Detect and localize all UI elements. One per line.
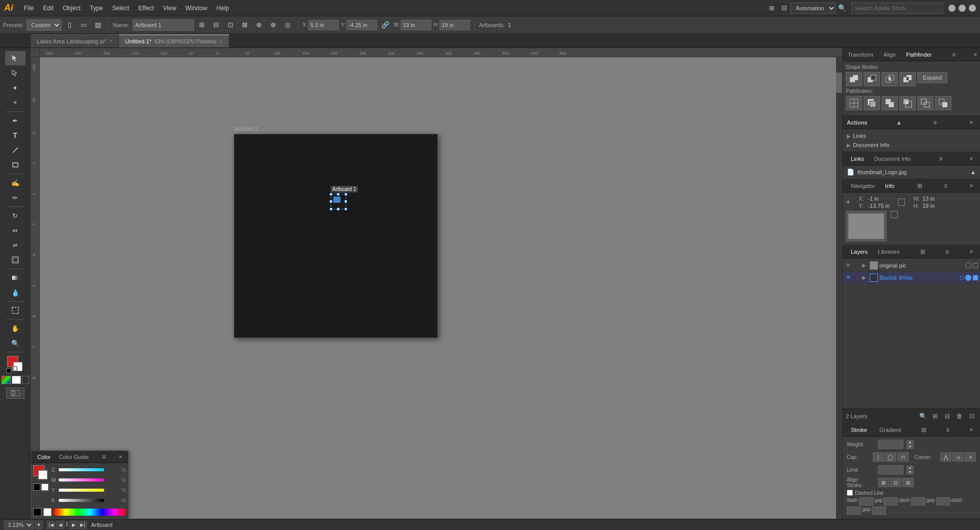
round-join-btn[interactable]: ∪ [952,452,964,462]
bevel-join-btn[interactable]: ∧ [965,452,976,462]
search-input[interactable] [851,3,943,14]
automation-select[interactable]: Automation [790,3,836,14]
butt-cap-btn[interactable]: | [873,452,884,462]
divide-btn[interactable] [846,96,862,110]
menu-item-help[interactable]: Help [212,0,234,16]
artboard-tool[interactable] [5,303,26,318]
layer-1-lock[interactable] [853,262,861,269]
toolbar-toggle-icon[interactable]: ⊞ [766,2,778,14]
pathfinder-menu-btn[interactable]: ≡ [949,50,959,59]
tab-untitled[interactable]: Untitled-1* 63% (CMYK/GPU Preview) × [119,34,229,47]
menu-item-object[interactable]: Object [58,0,85,16]
maximize-button[interactable] [959,5,966,12]
pathfinder-close-btn[interactable]: × [971,50,980,59]
round-cap-btn[interactable]: ◯ [885,452,896,462]
layer-1-visibility[interactable]: 👁 [845,262,852,269]
color-spectrum[interactable] [54,509,126,516]
eyedropper-tool[interactable]: 💧 [5,285,26,300]
tab-align[interactable]: Align [878,48,901,61]
handle-bl[interactable] [330,208,332,210]
layer-2-select[interactable] [973,275,978,280]
handle-tl[interactable] [330,193,332,196]
gap-3-input[interactable] [872,507,886,515]
limit-down-btn[interactable]: ▼ [906,470,914,474]
links-item[interactable]: ▶ Links [843,131,980,140]
stroke-menu-btn[interactable]: ≡ [943,425,952,435]
miter-join-btn[interactable]: ⋀ [940,452,951,462]
doc-icon-2[interactable]: ▭ [78,19,90,31]
magic-wand-tool[interactable]: ✦ [5,81,26,95]
white-swatch[interactable] [41,484,48,491]
layer-2-lock[interactable] [853,274,861,281]
minus-front-btn[interactable] [864,72,880,86]
handle-tm[interactable] [337,193,339,196]
handle-ml[interactable] [330,200,332,203]
layer-2-expand[interactable]: ▶ [862,275,868,280]
links-close-btn[interactable]: × [967,154,976,163]
layer-2-target[interactable] [965,275,971,281]
align-icons-group[interactable]: ⊞ [196,19,208,31]
type-tool[interactable]: T [5,128,26,142]
menu-item-select[interactable]: Select [108,0,134,16]
pen-tool[interactable]: ✒ [5,113,26,128]
delete-layer-btn[interactable]: 🗑 [954,411,965,421]
none-mode-btn[interactable] [22,376,29,384]
m-channel-slider[interactable] [59,478,104,481]
actions-close-btn[interactable]: × [967,118,976,127]
align-inside-stroke-btn[interactable]: ⊡ [890,478,901,487]
reflect-tool[interactable]: ⇔ [5,223,26,237]
k-channel-slider[interactable] [59,499,104,502]
nav-close-btn[interactable]: × [967,181,976,190]
black-color-swatch[interactable] [33,508,41,516]
handle-mr[interactable] [345,200,347,203]
projecting-cap-btn[interactable]: ⊓ [897,452,909,462]
links-menu-btn[interactable]: ≡ [936,154,945,163]
layers-menu-btn[interactable]: ≡ [943,247,952,256]
add-layer-btn[interactable]: ⊞ [930,411,940,421]
doc-icon-1[interactable]: ▯ [63,19,76,31]
layer-2-visibility[interactable]: 👁 [845,274,852,281]
align-center-btn[interactable]: ⊡ [225,19,237,31]
close-button[interactable] [969,5,976,12]
navigator-tab[interactable]: Navigator [847,179,879,192]
first-artboard-btn[interactable]: |◀ [47,521,55,529]
color-mode-btn[interactable] [2,376,11,384]
expand-button[interactable]: Expand [917,72,947,83]
nav-expand-btn[interactable]: ⊞ [915,181,924,190]
layer-options-btn[interactable]: ⊟ [942,411,952,421]
last-artboard-btn[interactable]: ▶| [79,521,87,529]
color-close-btn[interactable]: × [116,452,125,462]
outline-btn[interactable] [917,96,934,110]
link-proportions-btn[interactable]: 🔗 [379,19,391,31]
layer-1-select[interactable] [973,263,978,268]
dash-3-input[interactable] [847,507,861,515]
weight-down-btn[interactable]: ▼ [906,445,914,449]
limit-up-btn[interactable]: ▲ [906,466,914,470]
vertical-scrollbar-thumb[interactable] [836,73,842,93]
prev-artboard-btn[interactable]: ◀ [56,521,64,529]
doc-info-item[interactable]: ▶ Document Info [843,140,980,150]
info-tab[interactable]: Info [881,179,898,192]
edit-artboards-btn[interactable] [6,388,24,399]
artboard[interactable]: Artboard 1 [234,134,438,338]
paintbrush-tool[interactable]: ✍ [5,176,26,190]
tab-untitled-close[interactable]: × [219,39,223,44]
weight-up-btn[interactable]: ▲ [906,440,914,444]
limit-input[interactable] [878,465,903,474]
color-guide-tab[interactable]: Color Guide [56,451,92,463]
menu-item-file[interactable]: File [19,0,38,16]
tab-lakes[interactable]: Lakes Area Landscaping.ai* × [31,34,119,47]
dashed-checkbox[interactable] [847,490,853,496]
selected-object[interactable]: Artboard 1 [331,194,346,209]
gradient-tool[interactable] [5,271,26,285]
color-menu-btn[interactable]: ≡ [100,452,109,462]
tab-transform[interactable]: Transform [843,48,878,61]
y-input[interactable] [347,20,377,30]
menu-item-view[interactable]: View [159,0,181,16]
links-tab[interactable]: Links [847,152,868,165]
rectangle-tool[interactable] [5,158,26,172]
workspace-toggle-icon[interactable]: ⊟ [778,2,790,14]
align-left-btn[interactable]: ⊟ [210,19,223,31]
dash-1-input[interactable] [859,497,873,505]
libraries-tab[interactable]: Libraries [874,245,903,258]
